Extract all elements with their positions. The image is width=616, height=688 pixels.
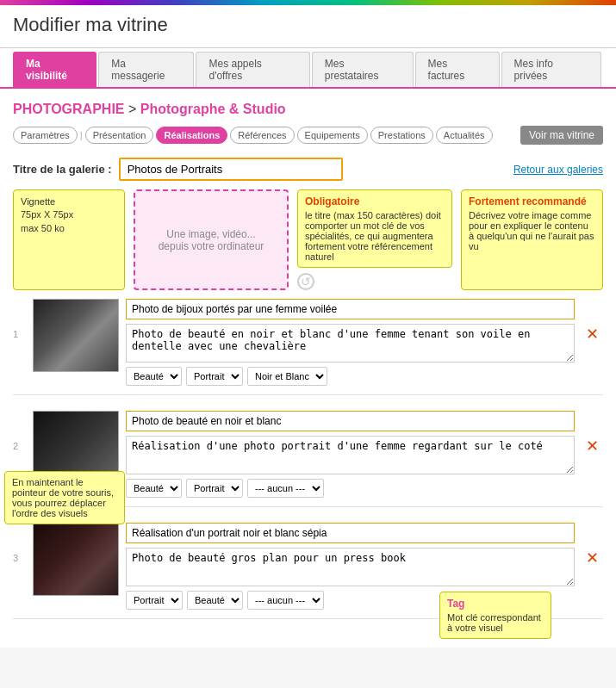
sub-tabs-bar: Paramètres | Présentation Réalisations R… bbox=[13, 126, 603, 145]
breadcrumb: PHOTOGRAPHIE > Photographe & Studio bbox=[13, 102, 603, 117]
item-select-tag3[interactable]: --- aucun --- bbox=[247, 591, 324, 610]
item-desc-textarea[interactable]: Réalisation d'une photo portrait d'une f… bbox=[126, 436, 575, 474]
nav-tab-appels[interactable]: Mes appels d'offres bbox=[196, 52, 309, 87]
item-number: 2 bbox=[13, 411, 26, 451]
move-tooltip-text: En maintenant le pointeur de votre souri… bbox=[12, 477, 114, 518]
item-title-input[interactable] bbox=[126, 523, 575, 543]
delete-item-button[interactable]: ✕ bbox=[582, 549, 603, 567]
subtab-realisations[interactable]: Réalisations bbox=[156, 127, 227, 144]
item-selects: Beauté Portrait --- aucun --- bbox=[126, 479, 575, 498]
subtab-equipements[interactable]: Equipements bbox=[297, 127, 368, 144]
item-title-input[interactable] bbox=[126, 411, 575, 431]
main-nav: Ma visibilité Ma messagerie Mes appels d… bbox=[0, 48, 616, 89]
item-number: 1 bbox=[13, 299, 26, 339]
recommande-text: Décrivez votre image comme pour en expli… bbox=[469, 210, 595, 251]
breadcrumb-category: PHOTOGRAPHIE bbox=[13, 102, 125, 116]
main-content: PHOTOGRAPHIE > Photographe & Studio Para… bbox=[0, 89, 616, 648]
item-thumbnail bbox=[33, 523, 119, 596]
subtab-presentation[interactable]: Présentation bbox=[85, 127, 154, 144]
obligatoire-tooltip: Obligatoire le titre (max 150 caractères… bbox=[297, 189, 452, 268]
item-selects: Beauté Portrait Noir et Blanc bbox=[126, 367, 575, 386]
gallery-title-label: Titre de la galerie : bbox=[13, 163, 112, 176]
nav-tab-prestataires[interactable]: Mes prestataires bbox=[312, 52, 414, 87]
item-select-category2[interactable]: Beauté bbox=[187, 591, 243, 610]
delete-item-button[interactable]: ✕ bbox=[582, 325, 603, 344]
subtab-parametres[interactable]: Paramètres bbox=[13, 127, 78, 144]
nav-tab-factures[interactable]: Mes factures bbox=[415, 52, 500, 87]
tag-title: Tag bbox=[447, 598, 544, 610]
obligatoire-text: le titre (max 150 caractères) doit compo… bbox=[305, 210, 445, 262]
obligatoire-title: Obligatoire bbox=[305, 195, 445, 208]
gallery-header: Titre de la galerie : Retour aux galerie… bbox=[13, 158, 603, 181]
vignette-tooltip: Vignette75px X 75pxmax 50 ko bbox=[13, 189, 125, 290]
nav-tab-infos[interactable]: Mes info privées bbox=[501, 52, 601, 87]
gallery-items-area: En maintenant le pointeur de votre souri… bbox=[13, 299, 603, 619]
tooltips-add-section: Vignette75px X 75pxmax 50 ko Une image, … bbox=[13, 189, 603, 290]
item-fields: Réalisation d'une photo portrait d'une f… bbox=[126, 411, 575, 498]
page-header: Modifier ma vitrine bbox=[0, 5, 616, 48]
move-tooltip: En maintenant le pointeur de votre souri… bbox=[4, 471, 125, 524]
nav-tab-visibilite[interactable]: Ma visibilité bbox=[13, 52, 96, 87]
recommande-title: Fortement recommandé bbox=[469, 195, 595, 208]
item-fields: Photo de beauté en noir et blanc d'une f… bbox=[126, 299, 575, 386]
retour-galeries-link[interactable]: Retour aux galeries bbox=[513, 164, 603, 176]
item-select-category1[interactable]: Portrait bbox=[126, 591, 183, 610]
item-desc-textarea[interactable]: Photo de beauté en noir et blanc d'une f… bbox=[126, 324, 575, 363]
add-image-area[interactable]: Une image, vidéo...depuis votre ordinate… bbox=[134, 189, 289, 290]
breadcrumb-arrow: > bbox=[128, 102, 140, 116]
gallery-item: 1 Photo de beauté en noir et blanc d'une… bbox=[13, 299, 603, 395]
vignette-tooltip-text: Vignette75px X 75pxmax 50 ko bbox=[21, 196, 73, 233]
voir-vitrine-button[interactable]: Voir ma vitrine bbox=[520, 126, 603, 145]
gallery-items-list: 1 Photo de beauté en noir et blanc d'une… bbox=[13, 299, 603, 619]
refresh-icon[interactable]: ↺ bbox=[297, 273, 314, 290]
item-select-category1[interactable]: Beauté bbox=[126, 367, 182, 386]
nav-tab-messagerie[interactable]: Ma messagerie bbox=[98, 52, 194, 87]
item-number: 3 bbox=[13, 523, 26, 563]
add-image-text: Une image, vidéo...depuis votre ordinate… bbox=[159, 228, 264, 252]
page-title: Modifier ma vitrine bbox=[13, 14, 603, 36]
subtab-actualites[interactable]: Actualités bbox=[436, 127, 493, 144]
tag-tooltip: Tag Mot clé correspondant à votre visuel bbox=[439, 592, 551, 639]
item-select-tag1[interactable]: Noir et Blanc bbox=[247, 367, 327, 386]
item-select-category1[interactable]: Beauté bbox=[126, 479, 182, 498]
delete-item-button[interactable]: ✕ bbox=[582, 437, 603, 456]
item-desc-textarea[interactable]: Photo de beauté gros plan pour un press … bbox=[126, 548, 575, 586]
tag-text: Mot clé correspondant à votre visuel bbox=[447, 612, 544, 633]
item-select-tag2[interactable]: --- aucun --- bbox=[247, 479, 324, 498]
recommande-tooltip: Fortement recommandé Décrivez votre imag… bbox=[461, 189, 603, 290]
item-select-category2[interactable]: Portrait bbox=[186, 367, 243, 386]
item-title-input[interactable] bbox=[126, 299, 575, 319]
item-thumbnail bbox=[33, 299, 119, 372]
item-select-category2[interactable]: Portrait bbox=[186, 479, 243, 498]
breadcrumb-subcategory: Photographe & Studio bbox=[140, 102, 286, 116]
subtab-references[interactable]: Références bbox=[230, 127, 294, 144]
sep1: | bbox=[80, 130, 83, 140]
subtab-prestations[interactable]: Prestations bbox=[370, 127, 433, 144]
gallery-title-input[interactable] bbox=[119, 158, 343, 181]
